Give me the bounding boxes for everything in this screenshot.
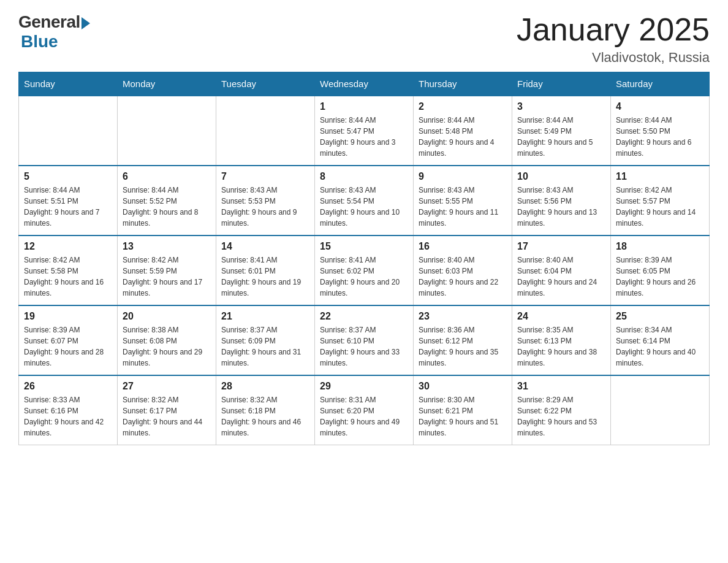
month-title: January 2025	[517, 12, 710, 47]
day-number: 7	[221, 171, 309, 182]
day-number: 30	[419, 381, 507, 392]
calendar-cell: 19Sunrise: 8:39 AM Sunset: 6:07 PM Dayli…	[19, 305, 118, 375]
day-number: 14	[221, 241, 309, 252]
calendar-header-tuesday: Tuesday	[216, 72, 315, 96]
logo-blue-text: Blue	[21, 32, 58, 52]
day-number: 12	[24, 241, 112, 252]
day-number: 11	[616, 171, 704, 182]
day-number: 4	[616, 101, 704, 112]
calendar-cell: 24Sunrise: 8:35 AM Sunset: 6:13 PM Dayli…	[512, 305, 611, 375]
day-info: Sunrise: 8:37 AM Sunset: 6:10 PM Dayligh…	[320, 324, 408, 369]
day-number: 6	[123, 171, 211, 182]
calendar-cell	[19, 96, 118, 166]
calendar-cell: 20Sunrise: 8:38 AM Sunset: 6:08 PM Dayli…	[118, 305, 216, 375]
day-info: Sunrise: 8:35 AM Sunset: 6:13 PM Dayligh…	[517, 324, 605, 369]
day-info: Sunrise: 8:42 AM Sunset: 5:59 PM Dayligh…	[123, 255, 211, 299]
calendar-cell: 30Sunrise: 8:30 AM Sunset: 6:21 PM Dayli…	[414, 375, 512, 445]
day-number: 22	[320, 311, 408, 322]
day-number: 19	[24, 311, 112, 322]
calendar-cell: 21Sunrise: 8:37 AM Sunset: 6:09 PM Dayli…	[216, 305, 315, 375]
day-info: Sunrise: 8:32 AM Sunset: 6:18 PM Dayligh…	[221, 394, 309, 439]
day-info: Sunrise: 8:39 AM Sunset: 6:07 PM Dayligh…	[24, 324, 112, 369]
day-info: Sunrise: 8:40 AM Sunset: 6:03 PM Dayligh…	[419, 255, 507, 299]
day-number: 2	[419, 101, 507, 112]
day-info: Sunrise: 8:39 AM Sunset: 6:05 PM Dayligh…	[616, 255, 704, 299]
day-number: 31	[517, 381, 605, 392]
calendar-cell: 4Sunrise: 8:44 AM Sunset: 5:50 PM Daylig…	[611, 96, 710, 166]
day-info: Sunrise: 8:32 AM Sunset: 6:17 PM Dayligh…	[123, 394, 211, 439]
calendar-header-saturday: Saturday	[611, 72, 710, 96]
calendar-cell: 5Sunrise: 8:44 AM Sunset: 5:51 PM Daylig…	[19, 166, 118, 236]
day-number: 24	[517, 311, 605, 322]
calendar-week-5: 26Sunrise: 8:33 AM Sunset: 6:16 PM Dayli…	[19, 375, 710, 445]
calendar-cell: 31Sunrise: 8:29 AM Sunset: 6:22 PM Dayli…	[512, 375, 611, 445]
day-number: 21	[221, 311, 309, 322]
calendar-cell: 2Sunrise: 8:44 AM Sunset: 5:48 PM Daylig…	[414, 96, 512, 166]
calendar-cell: 9Sunrise: 8:43 AM Sunset: 5:55 PM Daylig…	[414, 166, 512, 236]
day-info: Sunrise: 8:29 AM Sunset: 6:22 PM Dayligh…	[517, 394, 605, 439]
calendar-cell: 12Sunrise: 8:42 AM Sunset: 5:58 PM Dayli…	[19, 236, 118, 305]
calendar-cell	[611, 375, 710, 445]
day-info: Sunrise: 8:40 AM Sunset: 6:04 PM Dayligh…	[517, 255, 605, 299]
calendar-cell: 27Sunrise: 8:32 AM Sunset: 6:17 PM Dayli…	[118, 375, 216, 445]
calendar-header-row: SundayMondayTuesdayWednesdayThursdayFrid…	[19, 72, 710, 96]
calendar-cell: 13Sunrise: 8:42 AM Sunset: 5:59 PM Dayli…	[118, 236, 216, 305]
day-number: 16	[419, 241, 507, 252]
calendar-week-2: 5Sunrise: 8:44 AM Sunset: 5:51 PM Daylig…	[19, 166, 710, 236]
calendar-cell: 15Sunrise: 8:41 AM Sunset: 6:02 PM Dayli…	[315, 236, 414, 305]
day-number: 1	[320, 101, 408, 112]
logo-arrow-icon	[82, 17, 90, 29]
calendar-cell: 8Sunrise: 8:43 AM Sunset: 5:54 PM Daylig…	[315, 166, 414, 236]
day-info: Sunrise: 8:31 AM Sunset: 6:20 PM Dayligh…	[320, 394, 408, 439]
day-info: Sunrise: 8:43 AM Sunset: 5:53 PM Dayligh…	[221, 185, 309, 229]
day-number: 8	[320, 171, 408, 182]
calendar-cell: 25Sunrise: 8:34 AM Sunset: 6:14 PM Dayli…	[611, 305, 710, 375]
calendar-cell: 6Sunrise: 8:44 AM Sunset: 5:52 PM Daylig…	[118, 166, 216, 236]
calendar-cell: 11Sunrise: 8:42 AM Sunset: 5:57 PM Dayli…	[611, 166, 710, 236]
day-number: 26	[24, 381, 112, 392]
day-info: Sunrise: 8:44 AM Sunset: 5:49 PM Dayligh…	[517, 115, 605, 159]
day-info: Sunrise: 8:44 AM Sunset: 5:51 PM Dayligh…	[24, 185, 112, 229]
day-info: Sunrise: 8:42 AM Sunset: 5:57 PM Dayligh…	[616, 185, 704, 229]
day-number: 17	[517, 241, 605, 252]
logo: General Blue	[18, 12, 90, 52]
calendar-cell	[118, 96, 216, 166]
calendar-cell: 28Sunrise: 8:32 AM Sunset: 6:18 PM Dayli…	[216, 375, 315, 445]
calendar-cell: 23Sunrise: 8:36 AM Sunset: 6:12 PM Dayli…	[414, 305, 512, 375]
day-number: 5	[24, 171, 112, 182]
calendar-cell: 18Sunrise: 8:39 AM Sunset: 6:05 PM Dayli…	[611, 236, 710, 305]
calendar-header-friday: Friday	[512, 72, 611, 96]
day-number: 27	[123, 381, 211, 392]
day-info: Sunrise: 8:30 AM Sunset: 6:21 PM Dayligh…	[419, 394, 507, 439]
calendar-cell: 22Sunrise: 8:37 AM Sunset: 6:10 PM Dayli…	[315, 305, 414, 375]
calendar-header-monday: Monday	[118, 72, 216, 96]
day-info: Sunrise: 8:44 AM Sunset: 5:47 PM Dayligh…	[320, 115, 408, 159]
day-info: Sunrise: 8:36 AM Sunset: 6:12 PM Dayligh…	[419, 324, 507, 369]
title-section: January 2025 Vladivostok, Russia	[517, 12, 710, 66]
day-info: Sunrise: 8:44 AM Sunset: 5:50 PM Dayligh…	[616, 115, 704, 159]
calendar-header-sunday: Sunday	[19, 72, 118, 96]
day-info: Sunrise: 8:41 AM Sunset: 6:01 PM Dayligh…	[221, 255, 309, 299]
location: Vladivostok, Russia	[517, 50, 710, 66]
day-number: 20	[123, 311, 211, 322]
day-number: 23	[419, 311, 507, 322]
day-number: 10	[517, 171, 605, 182]
day-info: Sunrise: 8:44 AM Sunset: 5:48 PM Dayligh…	[419, 115, 507, 159]
day-number: 18	[616, 241, 704, 252]
calendar-cell: 3Sunrise: 8:44 AM Sunset: 5:49 PM Daylig…	[512, 96, 611, 166]
calendar-header-wednesday: Wednesday	[315, 72, 414, 96]
calendar-cell: 16Sunrise: 8:40 AM Sunset: 6:03 PM Dayli…	[414, 236, 512, 305]
day-info: Sunrise: 8:33 AM Sunset: 6:16 PM Dayligh…	[24, 394, 112, 439]
day-info: Sunrise: 8:44 AM Sunset: 5:52 PM Dayligh…	[123, 185, 211, 229]
calendar-cell: 7Sunrise: 8:43 AM Sunset: 5:53 PM Daylig…	[216, 166, 315, 236]
day-info: Sunrise: 8:43 AM Sunset: 5:55 PM Dayligh…	[419, 185, 507, 229]
calendar-cell	[216, 96, 315, 166]
day-number: 25	[616, 311, 704, 322]
calendar-cell: 10Sunrise: 8:43 AM Sunset: 5:56 PM Dayli…	[512, 166, 611, 236]
day-info: Sunrise: 8:37 AM Sunset: 6:09 PM Dayligh…	[221, 324, 309, 369]
calendar-cell: 26Sunrise: 8:33 AM Sunset: 6:16 PM Dayli…	[19, 375, 118, 445]
logo-general-text: General	[18, 12, 80, 32]
day-info: Sunrise: 8:34 AM Sunset: 6:14 PM Dayligh…	[616, 324, 704, 369]
calendar-cell: 17Sunrise: 8:40 AM Sunset: 6:04 PM Dayli…	[512, 236, 611, 305]
day-info: Sunrise: 8:43 AM Sunset: 5:56 PM Dayligh…	[517, 185, 605, 229]
